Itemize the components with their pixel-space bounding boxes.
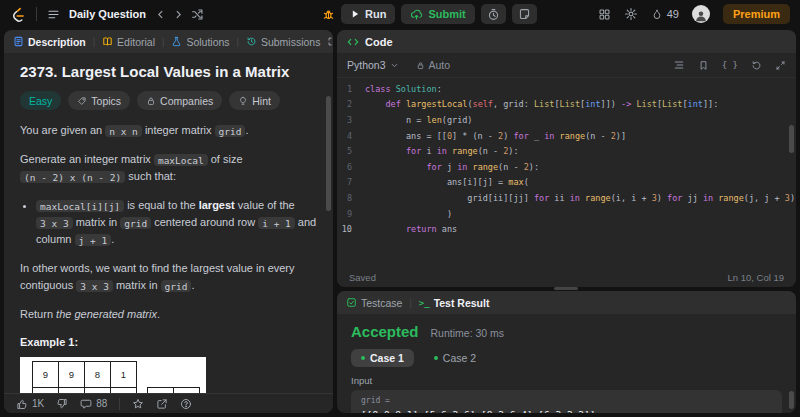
code-line: 9 ): [337, 206, 796, 222]
problem-title: 2373. Largest Local Values in a Matrix: [20, 63, 317, 80]
question-circle-icon: [180, 398, 192, 410]
code-editor[interactable]: 1class Solution:2 def largestLocal(self,…: [337, 78, 796, 237]
paragraph: In other words, we want to find the larg…: [20, 260, 317, 294]
paragraph: You are given an n x n integer matrix gr…: [20, 122, 317, 139]
code-line: 6 for j in range(n - 2):: [337, 159, 796, 175]
timer-icon: [487, 8, 500, 21]
play-icon: [350, 9, 360, 19]
notes-button[interactable]: [512, 4, 537, 24]
random-question-icon[interactable]: [191, 8, 204, 21]
comment-icon: [80, 398, 92, 410]
difficulty-badge[interactable]: Easy: [20, 91, 61, 110]
user-avatar[interactable]: [692, 5, 710, 23]
tab-testcase[interactable]: Testcase: [346, 297, 402, 309]
language-select[interactable]: Python3: [347, 59, 399, 71]
daily-question-link[interactable]: Daily Question: [69, 8, 146, 20]
paragraph: Return the generated matrix.: [20, 306, 317, 323]
hint-pill[interactable]: Hint: [229, 91, 280, 110]
braces-icon[interactable]: { }: [722, 60, 738, 70]
code-line: 5 for i in range(n - 2):: [337, 143, 796, 159]
example-diagram: 9981562682646222 9986: [20, 357, 206, 393]
description-footer: 1K 88: [4, 393, 333, 413]
result-content: Accepted Runtime: 30 ms Case 1 Case 2 In…: [337, 314, 796, 413]
share-button[interactable]: [156, 398, 168, 410]
expand-panel-icon[interactable]: [327, 36, 333, 47]
code-line: 8 grid[ii][jj] for ii in range(i, i + 3)…: [337, 190, 796, 206]
next-question-icon[interactable]: [173, 9, 184, 20]
code-toolbar: Python3 Auto { }: [337, 53, 796, 78]
paragraph: Generate an integer matrix maxLocal of s…: [20, 151, 317, 185]
timer-button[interactable]: [481, 4, 506, 24]
tab-submissions[interactable]: Submissions: [246, 36, 321, 48]
tab-description[interactable]: Description: [13, 36, 86, 48]
testcase-input-box[interactable]: grid = [[9,9,8,1],[5,6,2,6],[8,2,6,4],[6…: [351, 390, 782, 413]
favorite-button[interactable]: [132, 398, 144, 410]
code-panel-title: Code: [365, 36, 393, 48]
auto-toggle[interactable]: Auto: [416, 59, 451, 71]
run-button[interactable]: Run: [341, 4, 395, 24]
tab-solutions[interactable]: Solutions: [171, 36, 229, 48]
code-line: 2 def largestLocal(self, grid: List[List…: [337, 97, 796, 113]
description-scrollbar[interactable]: [326, 96, 331, 211]
tab-editorial[interactable]: Editorial: [102, 36, 155, 48]
panel-resize-handle[interactable]: [554, 287, 578, 290]
thumbs-up-icon: [16, 398, 28, 410]
result-tabbar: Testcase | >_ Test Result: [337, 291, 796, 314]
streak-count: 49: [667, 8, 679, 20]
code-panel-header: Code: [337, 30, 796, 53]
lock-icon: [146, 96, 156, 106]
expand-editor-icon[interactable]: [775, 60, 786, 71]
code-line: 7 ans[i][j] = max(: [337, 175, 796, 191]
submit-button[interactable]: Submit: [401, 4, 474, 24]
reset-code-icon[interactable]: [751, 60, 762, 71]
dislike-button[interactable]: [56, 398, 68, 410]
thumbs-down-icon: [56, 398, 68, 410]
tag-icon: [77, 96, 87, 106]
result-scrollbar[interactable]: [789, 391, 794, 409]
case-2-tab[interactable]: Case 2: [424, 349, 486, 367]
example-label: Example 1:: [20, 336, 317, 348]
lock-icon: [416, 61, 425, 70]
input-variable-value: [[9,9,8,1],[5,6,2,6],[8,2,6,4],[6,2,2,2]…: [361, 409, 772, 413]
editor-statusbar: Saved Ln 10, Col 19: [337, 267, 796, 287]
leetcode-logo-icon[interactable]: [10, 6, 26, 23]
settings-gear-icon[interactable]: [624, 7, 638, 21]
testcase-input-label: Input: [351, 375, 782, 386]
runtime-text: Runtime: 30 ms: [431, 327, 505, 339]
run-label: Run: [365, 8, 386, 20]
debugger-icon[interactable]: [322, 8, 335, 21]
help-button[interactable]: [180, 398, 192, 410]
description-icon: [13, 36, 24, 47]
companies-pill[interactable]: Companies: [137, 91, 222, 110]
cursor-position: Ln 10, Col 19: [727, 272, 784, 283]
code-line: 3 n = len(grid): [337, 112, 796, 128]
layout-icon[interactable]: [598, 8, 611, 21]
chevron-down-icon: [390, 61, 399, 70]
case-dot: [361, 356, 365, 360]
star-icon: [132, 398, 144, 410]
submit-label: Submit: [428, 8, 465, 20]
topics-pill[interactable]: Topics: [68, 91, 130, 110]
top-navbar: Daily Question Run Submit: [0, 0, 800, 28]
note-icon: [518, 8, 531, 21]
code-line: 1class Solution:: [337, 81, 796, 97]
person-icon: [694, 9, 708, 23]
premium-button[interactable]: Premium: [723, 4, 790, 24]
streak-counter[interactable]: 49: [651, 8, 679, 21]
solutions-flask-icon: [171, 36, 182, 47]
problem-list-icon[interactable]: [47, 8, 60, 21]
code-line: 4 ans = [[0] * (n - 2) for _ in range(n …: [337, 128, 796, 144]
tab-test-result[interactable]: >_ Test Result: [419, 297, 490, 309]
bookmark-icon[interactable]: [698, 60, 709, 71]
like-button[interactable]: 1K: [16, 398, 44, 410]
prev-question-icon[interactable]: [155, 9, 166, 20]
editor-scrollbar[interactable]: [789, 125, 794, 153]
format-code-icon[interactable]: [673, 59, 685, 71]
code-panel: Code Python3 Auto { }: [337, 30, 796, 287]
case-1-tab[interactable]: Case 1: [351, 349, 414, 367]
comments-button[interactable]: 88: [80, 398, 107, 410]
example-grid-matrix: 9981562682646222: [32, 361, 137, 393]
share-icon: [156, 398, 168, 410]
verdict-status: Accepted: [351, 323, 419, 340]
description-panel: Description | Editorial | Solutions | Su…: [4, 30, 333, 413]
